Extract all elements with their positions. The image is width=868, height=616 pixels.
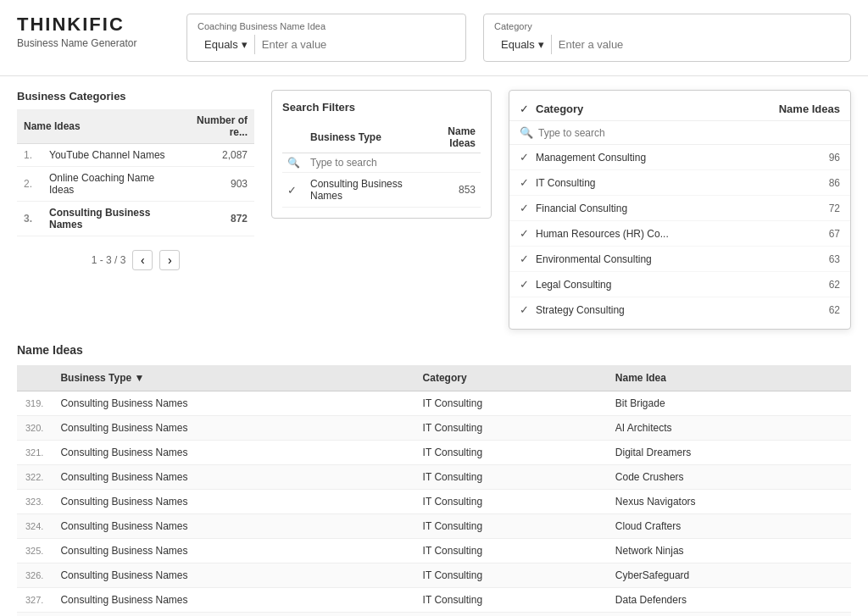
category-item-name: IT Consulting <box>536 177 829 189</box>
filter-item-count: 853 <box>421 173 481 208</box>
row-business-type: Consulting Business Names <box>52 563 414 588</box>
category-search-input[interactable] <box>538 127 840 139</box>
table-row: 328. Consulting Business Names IT Consul… <box>17 613 851 617</box>
category-item-count: 96 <box>829 152 840 164</box>
row-number: 324. <box>25 521 43 531</box>
middle-panel: Search Filters Business Type Name Ideas … <box>271 90 492 219</box>
name-ideas-table: Business Type ▼ Category Name Idea 319. … <box>17 365 851 616</box>
row-business-type: Consulting Business Names <box>52 416 414 441</box>
category-header-check-icon: ✓ <box>520 103 529 115</box>
filter2-operator[interactable]: Equals ▾ <box>494 35 552 54</box>
name-ideas-title: Name Ideas <box>17 343 851 357</box>
category-item-check-icon: ✓ <box>520 202 529 214</box>
category-item-check-icon: ✓ <box>520 151 529 164</box>
category-row[interactable]: 2. Online Coaching Name Ideas 903 <box>17 167 254 202</box>
category-item-count: 62 <box>829 304 840 316</box>
main-content: Business Categories Name Ideas Number of… <box>0 76 868 343</box>
category-row-count: 872 <box>175 202 254 236</box>
category-item-count: 62 <box>829 279 840 291</box>
category-item-check-icon: ✓ <box>520 303 529 316</box>
category-list-item[interactable]: ✓ Strategy Consulting 62 <box>509 297 850 322</box>
row-name-idea: Code Crushers <box>607 465 851 490</box>
category-search-icon: 🔍 <box>520 126 533 139</box>
category-item-name: Legal Consulting <box>536 279 829 291</box>
col-name-idea: Name Idea <box>607 365 851 391</box>
category-row-count: 903 <box>175 167 254 202</box>
category-list-item[interactable]: ✓ Human Resources (HR) Co... 67 <box>509 221 850 247</box>
categories-title: Business Categories <box>17 90 254 103</box>
table-row: 325. Consulting Business Names IT Consul… <box>17 539 851 563</box>
filter-table: Business Type Name Ideas 🔍 ✓ Consulting … <box>282 122 481 208</box>
left-panel: Business Categories Name Ideas Number of… <box>17 90 254 270</box>
category-list-item[interactable]: ✓ IT Consulting 86 <box>509 170 850 196</box>
category-list-item[interactable]: ✓ Legal Consulting 62 <box>509 272 850 297</box>
category-list-item[interactable]: ✓ Financial Consulting 72 <box>509 196 850 221</box>
category-list-item[interactable]: ✓ Management Consulting 96 <box>509 145 850 170</box>
row-number: 322. <box>25 472 43 482</box>
row-category: IT Consulting <box>415 465 607 490</box>
table-row: 319. Consulting Business Names IT Consul… <box>17 391 851 416</box>
category-dropdown-header: ✓ Category Name Ideas <box>509 97 850 121</box>
category-item-check-icon: ✓ <box>520 176 529 189</box>
row-name-idea: Bit Brigade <box>607 391 851 416</box>
row-business-type: Consulting Business Names <box>52 514 414 539</box>
col-category: Category <box>415 365 607 391</box>
table-row: 322. Consulting Business Names IT Consul… <box>17 465 851 490</box>
category-item-name: Management Consulting <box>536 152 829 164</box>
next-page-button[interactable]: › <box>159 250 180 270</box>
row-number: 321. <box>25 447 43 458</box>
category-row[interactable]: 3. Consulting Business Names 872 <box>17 202 254 236</box>
categories-table: Name Ideas Number of re... 1. YouTube Ch… <box>17 109 254 236</box>
row-number: 325. <box>25 546 43 556</box>
row-name-idea: Cloud Crafters <box>607 514 851 539</box>
category-list-item[interactable]: ✓ Environmental Consulting 63 <box>509 247 850 272</box>
row-business-type: Consulting Business Names <box>52 391 414 416</box>
pagination-text: 1 - 3 / 3 <box>92 254 126 266</box>
row-number: 327. <box>25 595 43 605</box>
row-category: IT Consulting <box>415 588 607 613</box>
filter-box-2: Category Equals ▾ <box>483 14 851 62</box>
filter-search-input[interactable] <box>310 157 476 169</box>
logo-area: THINKIFIC Business Name Generator <box>17 14 170 49</box>
bottom-section: Name Ideas Business Type ▼ Category Name… <box>0 343 868 616</box>
pagination: 1 - 3 / 3 ‹ › <box>17 250 254 270</box>
filter-item-row: ✓ Consulting Business Names 853 <box>282 173 481 208</box>
filters-title: Search Filters <box>282 101 481 114</box>
category-row-count: 2,087 <box>175 144 254 167</box>
filter2-input[interactable] <box>559 38 840 51</box>
category-item-check-icon: ✓ <box>520 278 529 291</box>
filter1-input[interactable] <box>262 38 455 51</box>
prev-page-button[interactable]: ‹ <box>132 250 153 270</box>
table-row: 323. Consulting Business Names IT Consul… <box>17 490 851 514</box>
filter1-label: Coaching Business Name Idea <box>198 21 455 31</box>
filters-box: Search Filters Business Type Name Ideas … <box>271 90 492 219</box>
col-business-type[interactable]: Business Type ▼ <box>52 365 414 391</box>
category-row[interactable]: 1. YouTube Channel Names 2,087 <box>17 144 254 167</box>
logo: THINKIFIC <box>17 14 170 36</box>
filter2-chevron-icon: ▾ <box>538 38 544 51</box>
row-name-idea: Binary Builders <box>607 613 851 617</box>
filter-col2: Name Ideas <box>421 122 481 153</box>
table-row: 327. Consulting Business Names IT Consul… <box>17 588 851 613</box>
filter-search-row: 🔍 <box>282 153 481 173</box>
row-name-idea: Data Defenders <box>607 588 851 613</box>
right-panel: ✓ Category Name Ideas 🔍 ✓ Management Con… <box>509 90 851 330</box>
category-item-name: Human Resources (HR) Co... <box>536 228 829 240</box>
row-category: IT Consulting <box>415 613 607 617</box>
category-row-name: Online Coaching Name Ideas <box>42 167 175 202</box>
category-item-name: Financial Consulting <box>536 203 829 214</box>
row-business-type: Consulting Business Names <box>52 539 414 563</box>
row-number: 323. <box>25 497 43 507</box>
row-business-type: Consulting Business Names <box>52 490 414 514</box>
category-item-count: 63 <box>829 253 840 265</box>
filter1-operator[interactable]: Equals ▾ <box>198 35 255 54</box>
row-category: IT Consulting <box>415 391 607 416</box>
row-name-idea: AI Architects <box>607 416 851 441</box>
row-name-idea: Nexus Navigators <box>607 490 851 514</box>
filter1-operator-text: Equals <box>204 38 238 51</box>
header: THINKIFIC Business Name Generator Coachi… <box>0 0 868 76</box>
table-row: 320. Consulting Business Names IT Consul… <box>17 416 851 441</box>
app-subtitle: Business Name Generator <box>17 37 170 49</box>
category-item-check-icon: ✓ <box>520 253 529 265</box>
category-row-name: Consulting Business Names <box>42 202 175 236</box>
